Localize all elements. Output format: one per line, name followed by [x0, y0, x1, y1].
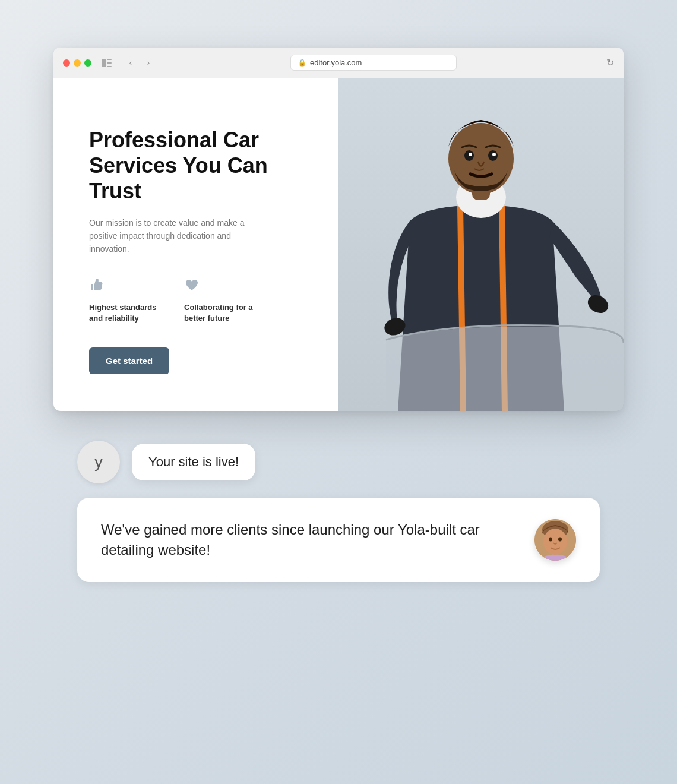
hero-right: Shutterstock Shutterstock Shutterstock S…: [338, 78, 624, 411]
features-row: Highest standards and reliability Collab…: [89, 277, 303, 324]
heart-icon: [184, 277, 255, 296]
back-button[interactable]: ‹: [122, 56, 139, 69]
feature-item-2: Collaborating for a better future: [184, 277, 255, 324]
chat-section: y Your site is live! We've gained more c…: [53, 441, 624, 582]
notification-bubble: Your site is live!: [132, 444, 255, 480]
feature2-text: Collaborating for a better future: [184, 302, 255, 324]
maximize-button[interactable]: [84, 59, 91, 67]
get-started-button[interactable]: Get started: [89, 347, 169, 374]
traffic-lights: [63, 59, 91, 67]
user-face-image: [534, 519, 576, 561]
yola-avatar: y: [77, 441, 120, 483]
testimonial-text: We've gained more clients since launchin…: [101, 520, 517, 559]
address-bar-container: 🔒 editor.yola.com: [164, 55, 583, 71]
svg-point-17: [549, 538, 552, 542]
close-button[interactable]: [63, 59, 70, 67]
chat-notification: y Your site is live!: [77, 441, 600, 483]
browser-window: ‹ › 🔒 editor.yola.com ↻ Professional Car…: [53, 48, 624, 411]
feature-item-1: Highest standards and reliability: [89, 277, 160, 324]
svg-point-16: [543, 529, 567, 555]
forward-button[interactable]: ›: [140, 56, 157, 69]
yola-letter: y: [94, 453, 103, 472]
feature1-text: Highest standards and reliability: [89, 302, 160, 324]
mechanic-image: [338, 78, 624, 411]
thumbsup-icon: [89, 277, 160, 296]
svg-rect-0: [102, 59, 106, 67]
svg-rect-1: [107, 59, 112, 60]
svg-point-11: [492, 153, 496, 156]
svg-rect-2: [107, 62, 112, 64]
user-avatar: [534, 519, 576, 561]
hero-title: Professional Car Services You Can Trust: [89, 127, 303, 204]
hero-left: Professional Car Services You Can Trust …: [53, 78, 338, 411]
reload-icon[interactable]: ↻: [606, 57, 614, 68]
svg-rect-3: [107, 66, 112, 67]
website-content: Professional Car Services You Can Trust …: [53, 78, 624, 411]
svg-point-10: [469, 153, 472, 156]
hero-description: Our mission is to create value and make …: [89, 216, 255, 256]
address-bar[interactable]: 🔒 editor.yola.com: [290, 55, 457, 71]
svg-point-7: [448, 123, 514, 194]
notification-text: Your site is live!: [148, 454, 239, 469]
toolbar-right: ↻: [590, 57, 614, 68]
testimonial-bubble: We've gained more clients since launchin…: [77, 498, 600, 582]
minimize-button[interactable]: [74, 59, 81, 67]
svg-point-18: [558, 538, 562, 542]
sidebar-toggle-button[interactable]: [99, 56, 115, 69]
url-text: editor.yola.com: [310, 58, 362, 67]
nav-buttons: ‹ ›: [122, 56, 157, 69]
browser-toolbar: ‹ › 🔒 editor.yola.com ↻: [53, 48, 624, 78]
hero-image: Shutterstock Shutterstock Shutterstock S…: [338, 78, 624, 411]
lock-icon: 🔒: [298, 59, 306, 67]
